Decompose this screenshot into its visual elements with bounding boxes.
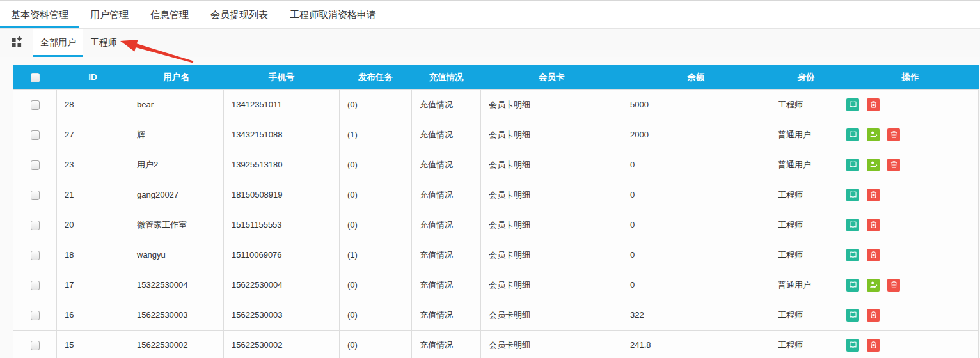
cell-balance: 322 <box>622 300 770 330</box>
delete-user-button[interactable] <box>887 279 900 292</box>
cell-published-tasks: (0) <box>340 150 412 180</box>
cell-role: 工程师 <box>770 240 842 270</box>
view-details-button[interactable] <box>846 249 859 261</box>
cell-id: 21 <box>57 180 129 210</box>
select-all-checkbox[interactable] <box>31 73 40 82</box>
cell-role: 普通用户 <box>770 270 842 300</box>
delete-user-button[interactable] <box>887 128 900 141</box>
row-checkbox[interactable] <box>31 311 40 320</box>
member-card-detail-link[interactable]: 会员卡明细 <box>481 270 622 300</box>
member-card-detail-link[interactable]: 会员卡明细 <box>481 240 622 270</box>
recharge-detail-link[interactable]: 充值情况 <box>412 240 481 270</box>
cell-id: 15 <box>57 330 129 358</box>
delete-user-button[interactable] <box>887 159 900 171</box>
recharge-detail-link[interactable]: 充值情况 <box>412 210 481 240</box>
row-checkbox[interactable] <box>31 251 40 260</box>
row-checkbox[interactable] <box>31 130 40 140</box>
approve-user-button[interactable] <box>867 159 880 171</box>
recharge-detail-link[interactable]: 充值情况 <box>412 90 481 120</box>
recharge-detail-link[interactable]: 充值情况 <box>412 180 481 210</box>
grid-menu-icon <box>12 36 22 50</box>
grid-menu-button[interactable] <box>0 29 33 57</box>
cell-phone: 13925513180 <box>224 150 340 180</box>
approve-user-button[interactable] <box>867 279 880 292</box>
tab-2[interactable]: 信息管理 <box>139 1 200 28</box>
cell-phone: 18150508919 <box>224 180 340 210</box>
trash-icon <box>869 100 878 109</box>
recharge-detail-link[interactable]: 充值情况 <box>412 300 481 330</box>
row-checkbox[interactable] <box>31 160 40 170</box>
member-card-detail-link[interactable]: 会员卡明细 <box>481 90 622 120</box>
row-actions-cell <box>842 90 979 120</box>
cell-username: 15322530004 <box>129 270 224 300</box>
recharge-detail-link[interactable]: 充值情况 <box>412 270 481 300</box>
approve-user-button[interactable] <box>867 128 880 141</box>
cell-balance: 0 <box>622 210 770 240</box>
cell-id: 17 <box>57 270 129 300</box>
open-book-icon <box>849 100 857 109</box>
view-details-button[interactable] <box>846 189 859 201</box>
member-card-detail-link[interactable]: 会员卡明细 <box>481 120 622 150</box>
row-checkbox[interactable] <box>31 191 40 200</box>
subtab-1[interactable]: 工程师 <box>83 29 124 57</box>
user-check-icon <box>869 130 878 139</box>
cell-phone: 15622530004 <box>224 270 340 300</box>
select-all-header-cell <box>13 65 57 90</box>
subtab-0-active[interactable]: 全部用户 <box>33 29 83 57</box>
member-card-detail-link[interactable]: 会员卡明细 <box>481 330 622 358</box>
row-checkbox[interactable] <box>31 100 40 110</box>
open-book-icon <box>849 160 857 169</box>
view-details-button[interactable] <box>846 128 859 141</box>
trash-icon <box>890 281 898 289</box>
member-card-detail-link[interactable]: 会员卡明细 <box>481 150 622 180</box>
delete-user-button[interactable] <box>867 189 880 201</box>
row-checkbox[interactable] <box>31 221 40 230</box>
delete-user-button[interactable] <box>867 309 880 322</box>
table-row: 171532253000415622530004(0)充值情况会员卡明细0普通用… <box>13 270 979 300</box>
cell-balance: 0 <box>622 240 770 270</box>
recharge-detail-link[interactable]: 充值情况 <box>412 330 481 358</box>
table-header-row: ID用户名手机号发布任务充值情况会员卡余额身份操作 <box>13 65 979 90</box>
cell-role: 工程师 <box>770 90 842 120</box>
recharge-detail-link[interactable]: 充值情况 <box>412 150 481 180</box>
column-header-5: 会员卡 <box>481 65 622 90</box>
row-checkbox-cell <box>13 210 57 240</box>
cell-role: 工程师 <box>770 180 842 210</box>
row-checkbox[interactable] <box>31 281 40 290</box>
main-tabbar: 基本资料管理用户管理信息管理会员提现列表工程师取消资格申请 <box>0 1 980 29</box>
delete-user-button[interactable] <box>867 249 880 261</box>
cell-phone: 15622530002 <box>224 330 340 358</box>
view-details-button[interactable] <box>846 309 859 322</box>
delete-user-button[interactable] <box>867 98 880 111</box>
column-header-2: 手机号 <box>224 65 340 90</box>
member-card-detail-link[interactable]: 会员卡明细 <box>481 180 622 210</box>
cell-phone: 15110069076 <box>224 240 340 270</box>
cell-balance: 0 <box>622 180 770 210</box>
row-actions-cell <box>842 330 979 358</box>
view-details-button[interactable] <box>846 159 859 171</box>
row-actions-cell <box>842 120 979 150</box>
cell-role: 工程师 <box>770 330 842 358</box>
row-actions-cell <box>842 150 979 180</box>
cell-balance: 241.8 <box>622 330 770 358</box>
row-checkbox-cell <box>13 330 57 358</box>
view-details-button[interactable] <box>846 279 859 292</box>
trash-icon <box>869 311 878 319</box>
row-checkbox-cell <box>13 120 57 150</box>
view-details-button[interactable] <box>846 98 859 111</box>
delete-user-button[interactable] <box>867 339 880 352</box>
trash-icon <box>869 251 878 259</box>
tab-4[interactable]: 工程师取消资格申请 <box>279 1 387 28</box>
delete-user-button[interactable] <box>867 219 880 231</box>
member-card-detail-link[interactable]: 会员卡明细 <box>481 300 622 330</box>
cell-id: 28 <box>57 90 129 120</box>
tab-3[interactable]: 会员提现列表 <box>200 1 279 28</box>
cell-role: 普通用户 <box>770 150 842 180</box>
view-details-button[interactable] <box>846 219 859 231</box>
tab-1[interactable]: 用户管理 <box>79 1 139 28</box>
member-card-detail-link[interactable]: 会员卡明细 <box>481 210 622 240</box>
recharge-detail-link[interactable]: 充值情况 <box>412 120 481 150</box>
tab-0-active[interactable]: 基本资料管理 <box>0 1 79 28</box>
view-details-button[interactable] <box>846 339 859 352</box>
row-checkbox[interactable] <box>31 341 40 350</box>
